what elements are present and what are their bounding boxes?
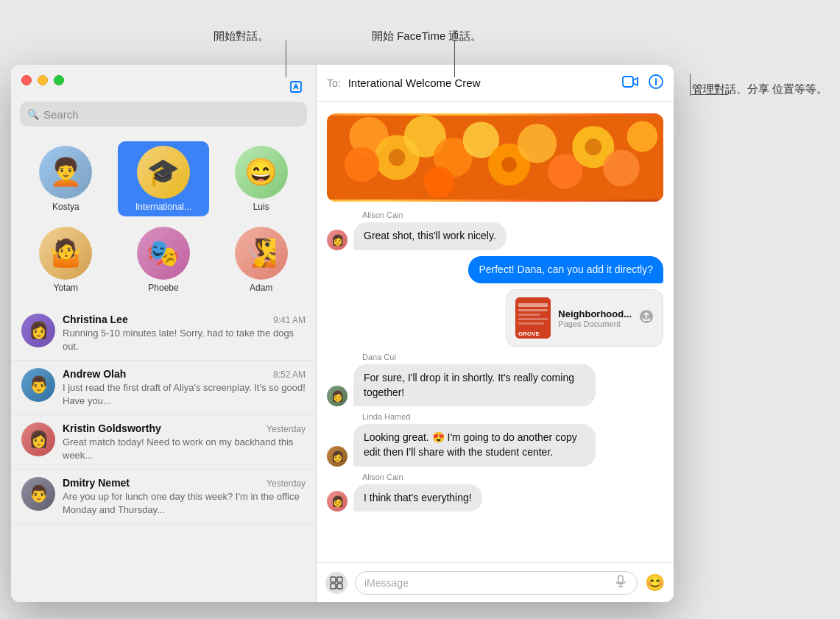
message-row-linda: 👩 Linda Hamed Looking great. 😍 I'm going… (327, 412, 663, 466)
svg-point-17 (627, 121, 657, 152)
svg-point-18 (389, 149, 406, 166)
pinned-contact-phoebe[interactable]: 🎭 Phoebe (118, 222, 210, 297)
pinned-contact-luis[interactable]: 😄 Luis (215, 141, 307, 216)
conv-time-christina: 9:41 AM (273, 315, 306, 325)
conv-time-dmitry: Yesterday (267, 478, 306, 489)
avatar-adam: 🧏 (235, 227, 288, 280)
annotation-compose: 開始對話。 (213, 29, 269, 43)
bubble-alison1: Great shot, this'll work nicely. (353, 222, 507, 250)
conv-time-andrew: 8:52 AM (273, 369, 306, 380)
avatar-linda: 👩 (327, 446, 347, 467)
facetime-button[interactable] (622, 75, 638, 91)
pinned-contact-yotam[interactable]: 🤷 Yotam (20, 222, 112, 297)
svg-rect-26 (518, 322, 544, 325)
chat-header-actions (622, 74, 663, 92)
conv-content-andrew: Andrew Olah 8:52 AM I just read the firs… (63, 368, 306, 407)
search-bar[interactable]: 🔍 Search (20, 102, 307, 127)
conv-preview-andrew: I just read the first draft of Aliya's s… (63, 381, 306, 407)
bubble-alison2: I think that's everything! (353, 484, 482, 512)
message-row-document: GROVE Neighborhood... Pages Document (327, 289, 663, 347)
avatar-kristin: 👩 (21, 422, 55, 456)
messages-area: 👩 Alison Cain Great shot, this'll work n… (317, 102, 674, 562)
share-doc-icon[interactable] (639, 309, 654, 328)
svg-point-16 (603, 150, 640, 187)
traffic-lights (21, 75, 64, 85)
pinned-name-yotam: Yotam (54, 283, 79, 293)
conv-name-andrew: Andrew Olah (63, 368, 126, 380)
minimize-button[interactable] (38, 75, 48, 85)
avatar-kostya: 🧑‍🦱 (39, 146, 92, 199)
conv-preview-dmitry: Are you up for lunch one day this week? … (63, 490, 306, 516)
svg-rect-23 (518, 309, 548, 311)
avatar-andrew: 👨 (21, 368, 55, 402)
svg-point-7 (345, 147, 380, 183)
message-input[interactable]: iMessage (355, 571, 638, 595)
emoji-button[interactable]: 😊 (645, 573, 665, 593)
pinned-contact-international[interactable]: 🎓 International... (118, 141, 210, 216)
pinned-contact-kostya[interactable]: 🧑‍🦱 Kostya (20, 141, 112, 216)
avatar-international: 🎓 (137, 146, 190, 199)
chat-header: To: Interational Welcome Crew (317, 65, 674, 102)
app-window: 🔍 Search 🧑‍🦱 Kostya 🎓 International... 😄… (11, 65, 674, 602)
svg-point-20 (585, 138, 601, 155)
msg-group-alison1: Alison Cain Great shot, this'll work nic… (353, 211, 507, 250)
input-bar: iMessage 😊 (317, 562, 674, 602)
conversation-item-kristin[interactable]: 👩 Kristin Goldsworthy Yesterday Great ma… (11, 415, 316, 470)
pinned-name-luis: Luis (253, 202, 269, 212)
svg-point-19 (501, 157, 517, 172)
msg-group-dana: Dana Cui For sure, I'll drop it in short… (353, 353, 596, 406)
pinned-name-international: International... (135, 202, 191, 212)
bubble-linda: Looking great. 😍 I'm going to do another… (353, 424, 596, 466)
dictation-icon (613, 574, 628, 592)
document-thumbnail: GROVE (515, 297, 551, 339)
svg-rect-1 (623, 77, 633, 87)
pinned-contact-adam[interactable]: 🧏 Adam (215, 222, 307, 297)
message-row-alison2: 👩 Alison Cain I think that's everything! (327, 473, 663, 512)
chat-recipient: Interational Welcome Crew (348, 77, 615, 89)
msg-sender-alison2: Alison Cain (362, 473, 482, 481)
document-name: Neighborhood... (558, 308, 632, 319)
msg-sender-dana: Dana Cui (362, 353, 596, 361)
conv-name-kristin: Kristin Goldsworthy (63, 422, 161, 434)
bubble-dana: For sure, I'll drop it in shortly. It's … (353, 364, 596, 406)
msg-group-document: GROVE Neighborhood... Pages Document (506, 289, 663, 347)
document-bubble: GROVE Neighborhood... Pages Document (506, 289, 663, 347)
avatar-dmitry: 👨 (21, 477, 55, 511)
document-info: Neighborhood... Pages Document (558, 308, 632, 328)
bubble-outgoing1: Perfect! Dana, can you add it directly? (468, 256, 663, 284)
close-button[interactable] (21, 75, 32, 85)
to-label: To: (327, 77, 341, 89)
compose-button[interactable] (288, 79, 304, 95)
svg-rect-29 (331, 577, 336, 582)
search-icon: 🔍 (27, 109, 39, 120)
apps-button[interactable] (325, 572, 347, 594)
search-placeholder: Search (43, 108, 79, 121)
conv-name-dmitry: Dmitry Nemet (63, 477, 130, 489)
message-row-outgoing1: Perfect! Dana, can you add it directly? (327, 256, 663, 284)
svg-text:GROVE: GROVE (518, 330, 540, 337)
conv-content-kristin: Kristin Goldsworthy Yesterday Great matc… (63, 422, 306, 461)
conversation-item-dmitry[interactable]: 👨 Dmitry Nemet Yesterday Are you up for … (11, 470, 316, 524)
message-row-dana: 👩 Dana Cui For sure, I'll drop it in sho… (327, 353, 663, 406)
avatar-phoebe: 🎭 (137, 227, 190, 280)
conversation-list: 👩 Christina Lee 9:41 AM Running 5-10 min… (11, 306, 316, 602)
document-type: Pages Document (558, 319, 632, 328)
avatar-luis: 😄 (235, 146, 288, 199)
conversation-item-christina[interactable]: 👩 Christina Lee 9:41 AM Running 5-10 min… (11, 306, 316, 361)
fullscreen-button[interactable] (54, 75, 64, 85)
info-button[interactable] (649, 74, 663, 92)
avatar-alison2: 👩 (327, 491, 347, 512)
conv-content-dmitry: Dmitry Nemet Yesterday Are you up for lu… (63, 477, 306, 516)
conversation-item-andrew[interactable]: 👨 Andrew Olah 8:52 AM I just read the fi… (11, 361, 316, 415)
conv-preview-christina: Running 5-10 minutes late! Sorry, had to… (63, 327, 306, 353)
conv-preview-kristin: Great match today! Need to work on my ba… (63, 436, 306, 461)
svg-rect-33 (618, 576, 623, 583)
msg-sender-alison1: Alison Cain (362, 211, 507, 219)
shared-image (327, 113, 663, 202)
conv-name-christina: Christina Lee (63, 314, 128, 325)
chat-panel: To: Interational Welcome Crew (317, 65, 674, 602)
annotation-manage: 管理對話、分享 位置等等。 (692, 81, 827, 98)
pinned-name-adam: Adam (250, 283, 272, 293)
msg-group-linda: Linda Hamed Looking great. 😍 I'm going t… (353, 412, 596, 466)
svg-rect-30 (337, 577, 342, 582)
